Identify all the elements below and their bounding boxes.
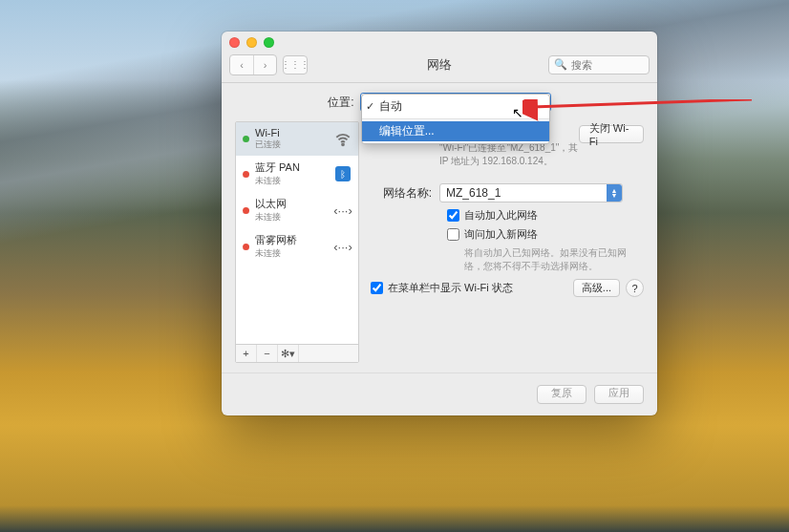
network-prefs-window: ‹ › ⋮⋮⋮ 网络 🔍 位置: ✓ 自动 编辑位置... <box>222 32 657 415</box>
minimize-button[interactable] <box>246 37 257 48</box>
check-icon: ✓ <box>366 100 374 113</box>
sidebar-item-ethernet[interactable]: 以太网 未连接 ‹···› <box>236 192 358 228</box>
search-icon: 🔍 <box>554 58 567 71</box>
status-dot-icon <box>243 136 249 142</box>
status-dot-icon <box>243 171 249 178</box>
zoom-button[interactable] <box>264 37 274 48</box>
interface-options-button[interactable]: ✻▾ <box>278 345 299 362</box>
show-all-button[interactable]: ⋮⋮⋮ <box>283 55 308 74</box>
dropdown-separator <box>362 118 549 119</box>
network-name-value: MZ_618_1 <box>446 186 501 200</box>
location-row: 位置: ✓ 自动 编辑位置... <box>235 93 644 112</box>
search-input[interactable] <box>571 59 703 71</box>
chevron-updown-icon: ▲▼ <box>607 184 622 202</box>
content-area: 位置: ✓ 自动 编辑位置... <box>222 83 657 372</box>
location-label: 位置: <box>328 95 353 111</box>
remove-interface-button[interactable]: − <box>257 345 278 362</box>
nav-back-forward: ‹ › <box>229 54 277 75</box>
main-area: Wi-Fi 已连接 蓝牙 PAN 未连接 ᛒ <box>235 121 644 363</box>
close-button[interactable] <box>229 37 240 48</box>
status-description: "Wi-Fi"已连接至"MZ_618_1"，其 IP 地址为 192.168.0… <box>439 141 579 168</box>
show-in-menubar-label: 在菜单栏中显示 Wi-Fi 状态 <box>388 281 513 295</box>
revert-button[interactable]: 复原 <box>537 385 586 404</box>
footer-buttons: 复原 应用 <box>222 372 657 415</box>
ethernet-icon: ‹···› <box>334 202 352 219</box>
interface-list: Wi-Fi 已连接 蓝牙 PAN 未连接 ᛒ <box>236 122 358 344</box>
wifi-icon <box>334 131 352 148</box>
advanced-row: 在菜单栏中显示 Wi-Fi 状态 高级... ? <box>371 273 644 297</box>
detail-pane: 状态: 已连接 "Wi-Fi"已连接至"MZ_618_1"，其 IP 地址为 1… <box>371 121 644 363</box>
interface-name: Wi-Fi <box>255 127 329 138</box>
interface-status: 未连接 <box>255 211 329 223</box>
svg-point-0 <box>342 143 344 145</box>
apply-button[interactable]: 应用 <box>594 385 644 404</box>
sidebar-item-thunderbolt-bridge[interactable]: 雷雾网桥 未连接 ‹···› <box>236 228 358 265</box>
location-option-auto[interactable]: ✓ 自动 <box>362 96 549 117</box>
network-name-select[interactable]: MZ_618_1 ▲▼ <box>439 183 623 202</box>
sidebar-footer: + − ✻▾ <box>236 344 358 362</box>
help-button[interactable]: ? <box>626 279 644 297</box>
ask-join-description: 将自动加入已知网络。如果没有已知网络，您将不得不手动选择网络。 <box>464 246 631 273</box>
ask-join-checkbox[interactable] <box>447 228 459 241</box>
sidebar-item-bluetooth-pan[interactable]: 蓝牙 PAN 未连接 ᛒ <box>236 156 358 192</box>
search-field[interactable]: 🔍 <box>548 55 650 74</box>
sidebar-item-wifi[interactable]: Wi-Fi 已连接 <box>236 122 358 156</box>
status-dot-icon <box>243 244 249 250</box>
interface-name: 以太网 <box>255 197 329 211</box>
interface-status: 已连接 <box>255 138 329 151</box>
location-option-edit[interactable]: 编辑位置... <box>362 121 549 141</box>
bluetooth-icon: ᛒ <box>334 165 352 182</box>
auto-join-checkbox-row: 自动加入此网络 <box>447 208 644 223</box>
advanced-button[interactable]: 高级... <box>573 279 620 297</box>
add-interface-button[interactable]: + <box>236 345 257 362</box>
interface-status: 未连接 <box>255 175 329 187</box>
ask-join-checkbox-row: 询问加入新网络 <box>447 227 644 242</box>
interface-status: 未连接 <box>255 247 329 260</box>
interface-sidebar: Wi-Fi 已连接 蓝牙 PAN 未连接 ᛒ <box>235 121 359 363</box>
location-select[interactable]: ✓ 自动 编辑位置... <box>360 93 551 112</box>
interface-name: 雷雾网桥 <box>255 233 329 247</box>
auto-join-label: 自动加入此网络 <box>464 208 538 223</box>
show-in-menubar-checkbox[interactable] <box>371 282 383 294</box>
titlebar <box>222 32 657 53</box>
turn-off-wifi-button[interactable]: 关闭 Wi-Fi <box>579 125 644 143</box>
ethernet-icon: ‹···› <box>334 238 352 255</box>
auto-join-checkbox[interactable] <box>447 209 459 222</box>
ask-join-label: 询问加入新网络 <box>464 227 538 242</box>
back-button[interactable]: ‹ <box>230 55 253 74</box>
forward-button[interactable]: › <box>253 55 276 74</box>
location-dropdown: ✓ 自动 编辑位置... <box>361 94 550 144</box>
status-dot-icon <box>243 207 249 214</box>
interface-name: 蓝牙 PAN <box>255 160 329 175</box>
network-name-label: 网络名称: <box>371 183 439 202</box>
toolbar: ‹ › ⋮⋮⋮ 网络 🔍 <box>222 53 657 83</box>
